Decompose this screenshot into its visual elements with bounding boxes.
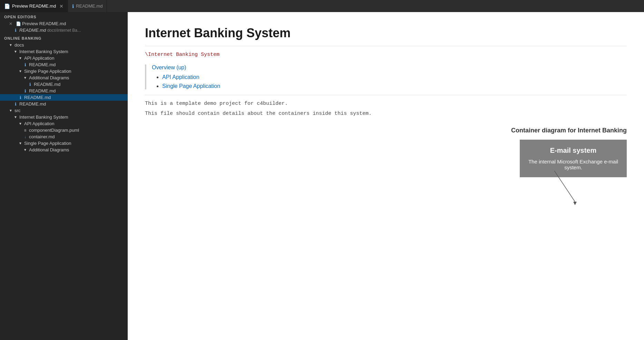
chevron-down-icon-spa-src: ▼ bbox=[17, 141, 24, 145]
sidebar-item-container-md[interactable]: ↓ container.md bbox=[0, 133, 128, 140]
tab-preview-label: Preview README.md bbox=[12, 3, 56, 9]
sidebar-item-docs[interactable]: ▼ docs bbox=[0, 42, 128, 48]
component-diagram-label: componentDiagram.puml bbox=[29, 128, 79, 133]
readme-api-label: README.md bbox=[29, 62, 56, 67]
bullet-api: API Application bbox=[162, 74, 627, 80]
info-icon-ibs: ℹ bbox=[17, 95, 24, 100]
preview-title: Internet Banking System bbox=[145, 26, 627, 40]
preview-readme-label: Preview README.md bbox=[22, 21, 66, 26]
sidebar-item-readme-info[interactable]: ℹ README.md docs\Internet Ba... bbox=[0, 27, 128, 33]
readme-info-path: docs\Internet Ba... bbox=[46, 28, 81, 33]
email-box-title: E-mail system bbox=[527, 147, 620, 154]
chevron-down-icon-ibs-src: ▼ bbox=[12, 115, 19, 119]
divider-1 bbox=[145, 46, 627, 46]
sidebar-item-component-diagram[interactable]: ≡ componentDiagram.puml bbox=[0, 127, 128, 133]
sidebar-item-spa-src[interactable]: ▼ Single Page Application bbox=[0, 140, 128, 147]
sidebar-item-ibs-src[interactable]: ▼ Internet Banking System bbox=[0, 114, 128, 120]
paragraph1: This is a template demo project for c4bu… bbox=[145, 101, 627, 107]
diagram-title: Container diagram for Internet Banking bbox=[145, 127, 627, 134]
tab-readme-label: README.md bbox=[76, 3, 103, 9]
additional-diagrams-src-label: Additional Diagrams bbox=[29, 147, 69, 152]
svg-marker-1 bbox=[573, 202, 577, 205]
preview-pane: Internet Banking System \Internet Bankin… bbox=[128, 12, 644, 340]
overview-link[interactable]: Overview (up) bbox=[152, 64, 186, 70]
sidebar-item-preview-readme[interactable]: ✕ 📄 Preview README.md bbox=[0, 20, 128, 27]
chevron-down-icon: ▼ bbox=[7, 43, 14, 47]
overview-blockquote: Overview (up) API Application Single Pag… bbox=[145, 64, 627, 89]
tab-preview-readme[interactable]: 📄 Preview README.md ✕ bbox=[0, 0, 68, 12]
info-icon-add: ℹ bbox=[26, 82, 34, 87]
container-md-label: container.md bbox=[29, 134, 55, 139]
docs-label: docs bbox=[14, 42, 24, 48]
preview-icon: 📄 bbox=[4, 3, 10, 9]
info-icon-spa: ℹ bbox=[21, 89, 29, 93]
chevron-down-icon-ibs: ▼ bbox=[12, 50, 19, 53]
sidebar-item-additional-diagrams-src[interactable]: ▼ Additional Diagrams bbox=[0, 147, 128, 153]
tab-readme[interactable]: ℹ README.md bbox=[68, 0, 107, 12]
info-icon-docs: ℹ bbox=[12, 102, 19, 107]
sidebar-item-readme-docs[interactable]: ℹ README.md bbox=[0, 101, 128, 107]
readme-ibs-label: README.md bbox=[24, 95, 51, 100]
info-icon: ℹ bbox=[12, 28, 19, 33]
chevron-down-icon-src: ▼ bbox=[7, 109, 14, 112]
ibs-src-label: Internet Banking System bbox=[19, 114, 68, 120]
sidebar-item-additional-diagrams[interactable]: ▼ Additional Diagrams bbox=[0, 74, 128, 81]
lines-icon: ≡ bbox=[21, 128, 29, 133]
info-icon-api: ℹ bbox=[21, 62, 29, 67]
open-editors-header: OPEN EDITORS bbox=[0, 12, 128, 20]
sidebar-item-readme-api[interactable]: ℹ README.md bbox=[0, 61, 128, 68]
tab-bar: 📄 Preview README.md ✕ ℹ README.md bbox=[0, 0, 644, 12]
diagram-arrow bbox=[554, 171, 596, 205]
readme-tab-icon: ℹ bbox=[72, 3, 74, 9]
close-icon: ✕ bbox=[7, 21, 14, 26]
paragraph2: This file should contain details about t… bbox=[145, 111, 627, 117]
chevron-down-icon-api: ▼ bbox=[17, 56, 24, 60]
divider-2 bbox=[145, 95, 627, 95]
sidebar-item-ibs[interactable]: ▼ Internet Banking System bbox=[0, 48, 128, 55]
readme-spa-label: README.md bbox=[29, 88, 56, 93]
src-label: src bbox=[14, 108, 20, 113]
api-app-label: API Application bbox=[24, 56, 54, 61]
bullet-list: API Application Single Page Application bbox=[152, 74, 627, 89]
download-icon: ↓ bbox=[21, 134, 29, 139]
main-content: OPEN EDITORS ✕ 📄 Preview README.md ℹ REA… bbox=[0, 12, 644, 340]
readme-info-label: README.md bbox=[19, 28, 46, 33]
api-src-label: API Application bbox=[24, 121, 54, 126]
diagram-area: E-mail system The internal Microsoft Exc… bbox=[145, 140, 627, 209]
sidebar-item-readme-ibs[interactable]: ℹ README.md bbox=[0, 94, 128, 101]
bullet-spa: Single Page Application bbox=[162, 83, 627, 89]
svg-line-0 bbox=[554, 171, 575, 202]
preview-code-path: \Internet Banking System bbox=[145, 52, 627, 58]
chevron-down-icon-spa: ▼ bbox=[17, 69, 24, 73]
sidebar-item-src[interactable]: ▼ src bbox=[0, 107, 128, 114]
chevron-down-icon-ad: ▼ bbox=[21, 76, 29, 80]
spa-src-label: Single Page Application bbox=[24, 141, 71, 146]
preview-file-icon: 📄 bbox=[14, 21, 22, 26]
additional-diagrams-label: Additional Diagrams bbox=[29, 75, 69, 80]
online-banking-header: ONLINE BANKING bbox=[0, 33, 128, 42]
sidebar: OPEN EDITORS ✕ 📄 Preview README.md ℹ REA… bbox=[0, 12, 128, 340]
sidebar-item-readme-spa[interactable]: ℹ README.md bbox=[0, 88, 128, 94]
spa-link[interactable]: Single Page Application bbox=[162, 83, 220, 89]
chevron-down-icon-api-src: ▼ bbox=[17, 122, 24, 126]
sidebar-item-readme-add[interactable]: ℹ README.md bbox=[0, 81, 128, 88]
chevron-down-icon-ad-src: ▼ bbox=[21, 148, 29, 152]
readme-add-label: README.md bbox=[34, 82, 60, 87]
api-application-link[interactable]: API Application bbox=[162, 74, 199, 80]
ibs-label: Internet Banking System bbox=[19, 49, 68, 54]
readme-docs-label: README.md bbox=[19, 101, 46, 107]
sidebar-item-api-src[interactable]: ▼ API Application bbox=[0, 120, 128, 127]
tab-close-button[interactable]: ✕ bbox=[59, 3, 64, 9]
spa-label: Single Page Application bbox=[24, 69, 71, 74]
sidebar-item-api-app[interactable]: ▼ API Application bbox=[0, 55, 128, 61]
sidebar-item-spa[interactable]: ▼ Single Page Application bbox=[0, 68, 128, 74]
email-box-desc: The internal Microsoft Exchange e-mail s… bbox=[527, 159, 620, 170]
